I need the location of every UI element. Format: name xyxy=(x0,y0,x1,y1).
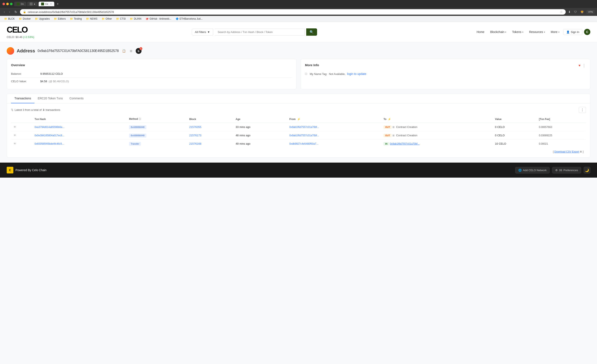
table-row: 👁 0x0e384165804a017ec8... 0x60806040 215… xyxy=(11,131,586,140)
csv-export-row: [ Download CSV Export ⬇ ] xyxy=(11,148,586,154)
bookmark-testing[interactable]: 📁 Testing xyxy=(68,17,84,21)
login-to-update-link[interactable]: login to update xyxy=(347,72,366,76)
download-button[interactable]: ⬇ xyxy=(567,9,572,14)
direction-badge-2: OUT xyxy=(384,134,392,137)
minimize-dot[interactable] xyxy=(6,3,9,5)
balance-row: Balance: 9.95653112 CELO xyxy=(11,70,292,78)
extension-button-2[interactable]: 🦁 xyxy=(580,9,585,14)
bookmark-github[interactable]: 🐙 GitHub · tintinweb... xyxy=(144,17,173,21)
from-link-2[interactable]: 0x9ab1f6d7557c01a70bf... xyxy=(289,134,319,137)
table-row: 👁 0xa3794d614a85596b6a... 0x60806040 215… xyxy=(11,123,586,131)
maximize-dot[interactable] xyxy=(10,3,13,5)
from-link-3[interactable]: 0xdb9927c4e5480f50a7... xyxy=(289,142,318,145)
close-dot[interactable] xyxy=(2,3,5,5)
folder-icon: 📁 xyxy=(116,17,119,20)
eye-icon[interactable]: 👁 xyxy=(14,134,16,137)
sign-in-button[interactable]: 👤 Sign In xyxy=(563,29,582,35)
tab-close-icon[interactable]: × xyxy=(50,2,52,5)
nav-resources[interactable]: Resources ▾ xyxy=(527,29,547,35)
copy-address-button[interactable]: 📋 xyxy=(121,49,126,53)
tab-transactions[interactable]: Transactions xyxy=(11,94,34,103)
bookmark-news[interactable]: 📁 NEWS xyxy=(84,17,99,21)
block-link-2[interactable]: 21576173 xyxy=(189,134,201,137)
bookmark-blck[interactable]: 📁 BLCK xyxy=(2,17,16,21)
add-network-button[interactable]: 🌐 Add CELO Network xyxy=(515,167,550,173)
eye-icon[interactable]: 👁 xyxy=(14,125,16,129)
footer-logo-letter: C xyxy=(9,168,11,172)
celo-value-label: CELO Value: xyxy=(11,80,40,83)
extension-button-1[interactable]: 🛡 xyxy=(573,9,578,14)
sign-in-label: Sign In xyxy=(571,31,579,34)
txn-hash-link-2[interactable]: 0x0e384165804a017ec8... xyxy=(34,134,64,137)
nav-tokens[interactable]: Tokens ▾ xyxy=(510,29,525,35)
moon-icon: 🌙 xyxy=(585,168,589,172)
csv-export-link[interactable]: Download CSV Export xyxy=(554,150,579,153)
txn-hash-link-3[interactable]: 0x600585f45bde4fc46c5... xyxy=(34,142,64,145)
tab-erc20[interactable]: ERC20 Token Txns xyxy=(34,94,66,103)
browser-tab-3-active[interactable]: Ce × xyxy=(39,2,54,6)
to-hash-link-3[interactable]: 0x9ab1f6d7557c01a70bf... xyxy=(390,142,420,145)
celo-price: CELO: $0.46 (+2.53%) xyxy=(7,36,34,39)
reload-button[interactable]: ↻ xyxy=(13,10,18,14)
bookmark-other[interactable]: 📁 Other xyxy=(100,17,114,21)
method-badge-3: Transfer xyxy=(129,142,141,146)
bookmark-icon[interactable]: ☆ xyxy=(560,10,563,14)
folder-icon: 📁 xyxy=(102,17,105,20)
bookmark-ctsi[interactable]: 📁 CTSI xyxy=(114,17,127,21)
tab-comments[interactable]: Comments xyxy=(66,94,87,103)
network-icon: 🌐 xyxy=(518,169,522,172)
browser-window-controls xyxy=(2,3,13,5)
b-badge[interactable]: b 1 xyxy=(136,48,141,54)
block-link-3[interactable]: 21576168 xyxy=(189,142,201,145)
balance-label: Balance: xyxy=(11,72,40,75)
back-button[interactable]: ‹ xyxy=(2,10,6,14)
to-label-2: Contract Creation xyxy=(396,134,417,137)
tab-label-2: ● xyxy=(34,3,35,5)
bookmark-upgrades[interactable]: 📁 Upgrades xyxy=(33,17,51,21)
block-link-1[interactable]: 21576355 xyxy=(189,125,201,129)
summary-text: ⇅ Latest 3 from a total of 3 transaction… xyxy=(11,108,60,111)
qr-code-button[interactable]: ⊞ xyxy=(129,49,133,53)
bookmark-other-label: Other xyxy=(106,17,112,20)
forward-button[interactable]: › xyxy=(8,10,11,14)
search-input[interactable] xyxy=(215,29,305,36)
heart-button[interactable]: ♥ xyxy=(579,63,581,68)
bookmark-docker[interactable]: 📁 Docker xyxy=(17,17,32,21)
filter-icon-to[interactable]: ⚡ xyxy=(388,118,391,121)
browser-tab-2[interactable]: ● xyxy=(27,2,38,6)
bookmark-ethbarcelona[interactable]: 🔷 ETHBarcelona Jud... xyxy=(174,17,204,21)
contract-icon-1: ⊞ xyxy=(393,126,394,129)
from-link-1[interactable]: 0x9ab1f6d7557c01a70bf... xyxy=(289,126,319,129)
txn-hash-link-1[interactable]: 0xa3794d614a85596b6a... xyxy=(34,126,64,129)
browser-tab-1[interactable]: Dn xyxy=(14,2,26,6)
value-cell-1: 0 CELO xyxy=(492,123,536,131)
col-eye xyxy=(11,116,32,123)
table-more-options-button[interactable]: ⋮ xyxy=(579,107,586,113)
copy-icon: 📋 xyxy=(122,49,126,53)
direction-to-cell-3: IN 0x9ab1f6d7557c01a70bf... xyxy=(381,140,492,148)
nav-home[interactable]: Home xyxy=(474,29,486,35)
preferences-button[interactable]: ⚙ 08 Preferences xyxy=(552,167,581,173)
search-button[interactable]: 🔍 xyxy=(306,28,317,36)
site-logo[interactable]: CELO xyxy=(7,25,34,36)
folder-icon: 📁 xyxy=(35,17,38,20)
age-cell-2: 48 mins ago xyxy=(233,131,287,140)
site-header-top: CELO CELO: $0.46 (+2.53%) All Filters ▼ … xyxy=(0,22,597,42)
new-tab-button[interactable]: + xyxy=(55,2,60,6)
more-options-button[interactable]: ⋮ xyxy=(582,63,586,68)
bookmark-github-label: GitHub · tintinweb... xyxy=(149,17,171,20)
address-bar[interactable]: 🔒 celoscan.io/address/0x9ab1f6d7557c01a7… xyxy=(20,9,566,15)
user-avatar[interactable]: C xyxy=(584,29,590,35)
bookmark-editors[interactable]: 📁 Editors xyxy=(52,17,67,21)
price-label: CELO: $0.46 xyxy=(7,36,22,39)
nav-more[interactable]: More ▾ xyxy=(549,29,562,35)
nav-blockchain[interactable]: Blockchain ▾ xyxy=(488,29,509,35)
to-label-1: Contract Creation xyxy=(396,125,417,129)
eye-icon[interactable]: 👁 xyxy=(14,142,16,145)
filter-button[interactable]: All Filters ▼ xyxy=(192,29,213,36)
chevron-down-icon: ▾ xyxy=(558,31,559,33)
vpn-badge[interactable]: VPN xyxy=(586,10,595,14)
bookmark-dlinn[interactable]: 📁 DLINN xyxy=(128,17,143,21)
filter-icon[interactable]: ⚡ xyxy=(297,118,300,121)
dark-mode-toggle[interactable]: 🌙 xyxy=(584,167,590,173)
